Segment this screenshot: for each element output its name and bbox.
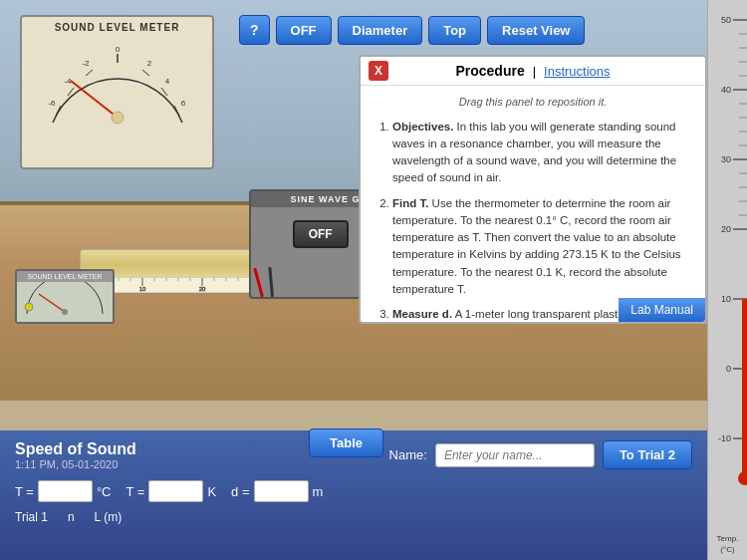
help-button[interactable]: ? (239, 15, 270, 45)
svg-text:0: 0 (115, 45, 120, 54)
lab-manual-button[interactable]: Lab Manual (619, 298, 705, 322)
d-input[interactable] (254, 480, 309, 502)
thermometer-scale: 50 40 30 20 10 0 -10 (713, 10, 743, 508)
step3-bold: Measure d. (392, 308, 452, 320)
svg-text:50: 50 (720, 15, 730, 25)
svg-text:-2: -2 (82, 59, 90, 68)
procedure-title: Procedure (455, 63, 524, 79)
procedure-step-2: Find T. Use the thermometer to determine… (392, 195, 693, 299)
svg-text:-6: -6 (48, 99, 56, 108)
l-m-column-label: L (m) (95, 510, 123, 524)
diameter-button[interactable]: Diameter (338, 16, 423, 45)
t-kelvin-label: T = (126, 484, 145, 499)
name-row: Name: To Trial 2 (389, 440, 692, 469)
to-trial-2-button[interactable]: To Trial 2 (603, 440, 692, 469)
reset-view-button[interactable]: Reset View (487, 16, 585, 45)
t-celsius-unit: °C (97, 484, 112, 499)
d-label: d = (231, 484, 249, 499)
table-button[interactable]: Table (309, 428, 383, 457)
svg-rect-81 (742, 299, 748, 478)
top-button[interactable]: Top (428, 16, 481, 45)
n-column-label: n (68, 510, 75, 524)
procedure-step-1: Objectives. In this lab you will generat… (392, 119, 693, 187)
t-kelvin-group: T = K (126, 480, 217, 502)
thermometer-title: Temp.(°C) (708, 534, 748, 555)
t-kelvin-input[interactable] (148, 480, 203, 502)
step1-bold: Objectives. (392, 121, 453, 133)
t-celsius-group: T = °C (15, 480, 112, 502)
t-kelvin-unit: K (207, 484, 216, 499)
svg-text:40: 40 (720, 85, 730, 95)
procedure-header: X Procedure | Instructions (361, 57, 705, 86)
svg-text:6: 6 (180, 99, 185, 108)
speed-title: Speed of Sound (15, 440, 136, 458)
step2-bold: Find T. (392, 197, 428, 209)
sound-meter-dial: -6 0 6 -4 -2 (38, 38, 197, 128)
procedure-title-area: Procedure | Instructions (455, 63, 610, 79)
procedure-body: Drag this panel to reposition it. Object… (361, 86, 705, 322)
svg-text:2: 2 (146, 59, 151, 68)
off-button[interactable]: OFF (276, 16, 332, 45)
speed-info: Speed of Sound 1:11 PM, 05-01-2020 (15, 440, 136, 470)
small-sound-meter-device: SOUND LEVEL METER (15, 269, 115, 324)
table-data-row: Trial 1 n L (m) (15, 510, 692, 524)
sound-level-meter: SOUND LEVEL METER -6 0 (20, 15, 214, 169)
svg-text:4: 4 (164, 77, 169, 86)
d-group: d = m (231, 480, 323, 502)
toolbar: ? OFF Diameter Top Reset View (239, 15, 585, 45)
t-celsius-label: T = (15, 484, 34, 499)
name-input[interactable] (435, 443, 595, 467)
drag-note: Drag this panel to reposition it. (373, 94, 693, 111)
svg-text:20: 20 (720, 224, 730, 234)
t-celsius-input[interactable] (38, 480, 93, 502)
svg-text:10: 10 (139, 286, 146, 292)
sine-wave-off-button[interactable]: OFF (293, 220, 349, 248)
svg-text:20: 20 (199, 286, 206, 292)
svg-point-17 (112, 112, 124, 124)
svg-text:10: 10 (720, 294, 730, 304)
svg-point-53 (62, 309, 68, 315)
measurements-row: T = °C T = K d = m (15, 480, 692, 502)
sound-meter-label: SOUND LEVEL METER (22, 22, 212, 33)
d-unit: m (313, 484, 324, 499)
datetime-label: 1:11 PM, 05-01-2020 (15, 458, 136, 470)
procedure-close-button[interactable]: X (369, 61, 388, 81)
svg-text:-10: -10 (717, 433, 730, 443)
procedure-separator: | (533, 64, 536, 79)
svg-point-82 (738, 471, 748, 485)
svg-point-54 (25, 303, 33, 311)
name-label: Name: (389, 447, 427, 462)
svg-text:30: 30 (720, 154, 730, 164)
step2-text: Use the thermometer to determine the roo… (392, 197, 681, 295)
table-button-wrapper: Table (309, 428, 383, 457)
instructions-link[interactable]: Instructions (544, 64, 610, 79)
procedure-panel[interactable]: X Procedure | Instructions Drag this pan… (359, 55, 707, 324)
procedure-steps: Objectives. In this lab you will generat… (373, 119, 693, 323)
thermometer-panel: 50 40 30 20 10 0 -10 (707, 0, 747, 560)
trial1-label: Trial 1 (15, 510, 48, 524)
svg-text:0: 0 (725, 364, 730, 374)
